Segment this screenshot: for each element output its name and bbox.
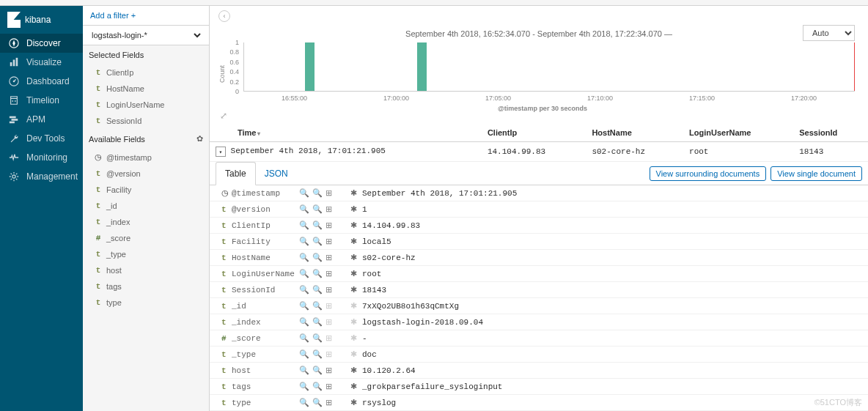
sidebar-item-monitoring[interactable]: Monitoring (0, 148, 83, 167)
field-item[interactable]: t_id (83, 198, 209, 214)
field-item[interactable]: tSessionId (83, 113, 209, 129)
zoom-in-icon[interactable]: 🔍 (299, 253, 309, 262)
zoom-out-icon[interactable]: 🔍 (312, 204, 323, 214)
zoom-out-icon[interactable]: 🔍 (312, 221, 323, 230)
exists-filter-icon[interactable]: ✱ (350, 333, 362, 343)
sidebar-item-management[interactable]: Management (0, 167, 83, 186)
field-item[interactable]: t_index (83, 214, 209, 230)
svg-rect-1 (10, 62, 12, 66)
col-loginuser[interactable]: LoginUserName (683, 124, 793, 142)
zoom-out-icon[interactable]: 🔍 (312, 382, 323, 391)
sidebar-item-dashboard[interactable]: Dashboard (0, 72, 83, 91)
col-time[interactable]: Time▾ (210, 124, 482, 142)
brand[interactable]: kibana (0, 6, 83, 34)
zoom-in-icon[interactable]: 🔍 (299, 269, 309, 278)
zoom-out-icon[interactable]: 🔍 (312, 285, 323, 295)
toggle-column-icon[interactable]: ⊞ (326, 301, 332, 311)
exists-filter-icon[interactable]: ✱ (350, 301, 362, 311)
zoom-in-icon[interactable]: 🔍 (299, 237, 309, 246)
exists-filter-icon[interactable]: ✱ (350, 204, 362, 214)
zoom-in-icon[interactable]: 🔍 (299, 317, 309, 327)
field-item[interactable]: t@version (83, 166, 209, 182)
index-pattern-select[interactable]: logstash-login-* (83, 26, 209, 45)
toggle-column-icon[interactable]: ⊞ (326, 366, 332, 375)
field-item[interactable]: ttype (83, 295, 209, 311)
toggle-column-icon[interactable]: ⊞ (326, 382, 332, 391)
zoom-out-icon[interactable]: 🔍 (312, 366, 323, 375)
sidebar-item-devtools[interactable]: Dev Tools (0, 129, 83, 148)
toggle-column-icon[interactable]: ⊞ (326, 269, 332, 278)
zoom-out-icon[interactable]: 🔍 (312, 333, 323, 343)
expand-row-button[interactable]: ▾ (216, 147, 226, 157)
tab-json[interactable]: JSON (256, 163, 297, 185)
chart-bar[interactable] (417, 42, 427, 91)
index-pattern-dropdown[interactable]: logstash-login-* (89, 30, 203, 40)
exists-filter-icon[interactable]: ✱ (350, 221, 362, 230)
field-item[interactable]: tHostName (83, 81, 209, 97)
toggle-column-icon[interactable]: ⊞ (326, 285, 332, 295)
exists-filter-icon[interactable]: ✱ (350, 237, 362, 246)
toggle-column-icon[interactable]: ⊞ (326, 333, 332, 343)
view-single-button[interactable]: View single document (770, 166, 862, 181)
zoom-out-icon[interactable]: 🔍 (312, 349, 323, 359)
field-item[interactable]: ◷@timestamp (83, 149, 209, 166)
field-settings-icon[interactable]: ✿ (196, 134, 203, 144)
field-item[interactable]: tLoginUserName (83, 97, 209, 113)
exists-filter-icon[interactable]: ✱ (350, 285, 362, 295)
view-surrounding-button[interactable]: View surrounding documents (650, 166, 767, 181)
sidebar-item-timelion[interactable]: Timelion (0, 91, 83, 110)
toggle-column-icon[interactable]: ⊞ (326, 317, 332, 327)
exists-filter-icon[interactable]: ✱ (350, 349, 362, 359)
tab-table[interactable]: Table (216, 162, 256, 185)
collapse-sidebar-button[interactable]: ‹ (218, 10, 230, 22)
exists-filter-icon[interactable]: ✱ (350, 366, 362, 375)
zoom-out-icon[interactable]: 🔍 (312, 188, 323, 198)
exists-filter-icon[interactable]: ✱ (350, 382, 362, 391)
toggle-column-icon[interactable]: ⊞ (326, 188, 332, 198)
add-filter-button[interactable]: Add a filter + (83, 6, 209, 26)
field-item[interactable]: tClientIp (83, 64, 209, 81)
col-hostname[interactable]: HostName (586, 124, 683, 142)
exists-filter-icon[interactable]: ✱ (350, 317, 362, 327)
doc-table: Time▾ ClientIp HostName LoginUserName Se… (210, 124, 868, 411)
toggle-column-icon[interactable]: ⊞ (326, 204, 332, 214)
zoom-in-icon[interactable]: 🔍 (299, 398, 309, 407)
toggle-column-icon[interactable]: ⊞ (326, 221, 332, 230)
zoom-in-icon[interactable]: 🔍 (299, 188, 309, 198)
field-item[interactable]: tFacility (83, 182, 209, 198)
zoom-in-icon[interactable]: 🔍 (299, 349, 309, 359)
zoom-in-icon[interactable]: 🔍 (299, 382, 309, 391)
exists-filter-icon[interactable]: ✱ (350, 398, 362, 407)
exists-filter-icon[interactable]: ✱ (350, 188, 362, 198)
histogram-chart[interactable]: Count 00.20.40.60.81 16:55:0017:00:0017:… (210, 40, 868, 108)
exists-filter-icon[interactable]: ✱ (350, 269, 362, 278)
col-clientip[interactable]: ClientIp (482, 124, 586, 142)
zoom-in-icon[interactable]: 🔍 (299, 333, 309, 343)
zoom-out-icon[interactable]: 🔍 (312, 398, 323, 407)
toggle-column-icon[interactable]: ⊞ (326, 398, 332, 407)
zoom-out-icon[interactable]: 🔍 (312, 317, 323, 327)
zoom-in-icon[interactable]: 🔍 (299, 366, 309, 375)
zoom-out-icon[interactable]: 🔍 (312, 253, 323, 262)
col-sessionid[interactable]: SessionId (793, 124, 868, 142)
field-item[interactable]: #_score (83, 230, 209, 246)
zoom-out-icon[interactable]: 🔍 (312, 237, 323, 246)
toggle-column-icon[interactable]: ⊞ (326, 237, 332, 246)
exists-filter-icon[interactable]: ✱ (350, 253, 362, 262)
zoom-out-icon[interactable]: 🔍 (312, 301, 323, 311)
chart-bar[interactable] (305, 42, 315, 91)
field-item[interactable]: t_type (83, 246, 209, 262)
zoom-in-icon[interactable]: 🔍 (299, 301, 309, 311)
zoom-out-icon[interactable]: 🔍 (312, 269, 323, 278)
sidebar-item-discover[interactable]: Discover (0, 34, 83, 53)
toggle-column-icon[interactable]: ⊞ (326, 253, 332, 262)
zoom-in-icon[interactable]: 🔍 (299, 285, 309, 295)
field-item[interactable]: ttags (83, 278, 209, 295)
toggle-column-icon[interactable]: ⊞ (326, 349, 332, 359)
zoom-in-icon[interactable]: 🔍 (299, 204, 309, 214)
zoom-in-icon[interactable]: 🔍 (299, 221, 309, 230)
sidebar-item-apm[interactable]: APM (0, 110, 83, 129)
field-item[interactable]: thost (83, 262, 209, 278)
interval-select[interactable]: Auto (803, 25, 855, 41)
sidebar-item-visualize[interactable]: Visualize (0, 53, 83, 72)
